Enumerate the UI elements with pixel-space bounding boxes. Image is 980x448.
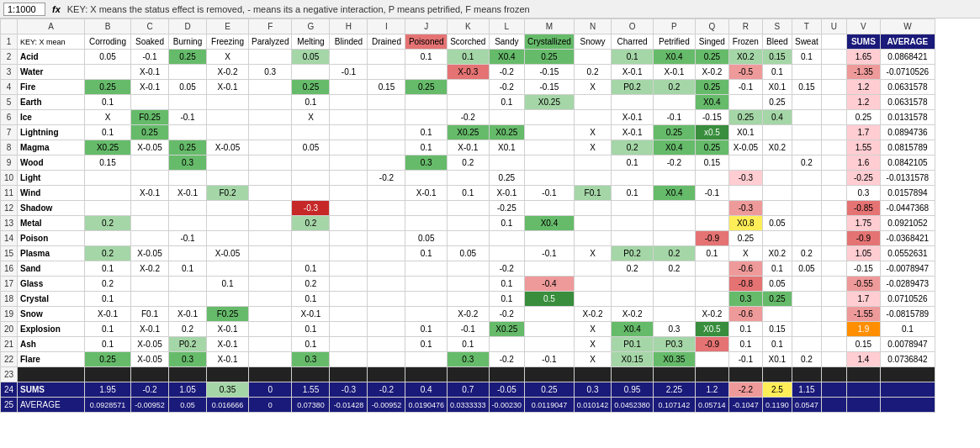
cell-14-G[interactable] bbox=[292, 231, 330, 246]
cell-14-J[interactable]: 0.05 bbox=[405, 231, 448, 246]
cell-11-E[interactable]: F0.2 bbox=[207, 186, 249, 201]
cell-7-H[interactable] bbox=[330, 125, 368, 140]
cell-8-S[interactable]: X0.2 bbox=[762, 140, 792, 155]
cell-9-K[interactable]: 0.2 bbox=[448, 155, 490, 171]
cell-19-W[interactable]: -0.0815789 bbox=[880, 307, 935, 322]
cell-11-D[interactable]: X-0.1 bbox=[169, 186, 207, 201]
cell-21-M[interactable] bbox=[525, 337, 575, 352]
cell-12-C[interactable] bbox=[131, 201, 169, 216]
cell-9-D[interactable]: 0.3 bbox=[169, 155, 207, 171]
cell-18-G[interactable]: 0.1 bbox=[292, 292, 330, 307]
cell-9-O[interactable]: 0.1 bbox=[612, 155, 654, 171]
cell-9-E[interactable] bbox=[207, 155, 249, 171]
cell-3-W[interactable]: -0.0710526 bbox=[880, 65, 935, 80]
cell-4-K[interactable] bbox=[448, 80, 490, 95]
cell-15-K[interactable]: 0.05 bbox=[448, 246, 490, 261]
cell-3-S[interactable]: 0.1 bbox=[762, 65, 792, 80]
cell-17-T[interactable] bbox=[792, 277, 821, 292]
cell-3-Q[interactable]: X-0.2 bbox=[695, 65, 728, 80]
cell-11-I[interactable] bbox=[368, 186, 405, 201]
cell-21-T[interactable] bbox=[792, 337, 821, 352]
cell-16-S[interactable]: 0.1 bbox=[762, 261, 792, 277]
cell-10-E[interactable] bbox=[207, 171, 249, 186]
cell-20-K[interactable]: -0.1 bbox=[448, 322, 490, 337]
cell-9-U[interactable] bbox=[821, 155, 846, 171]
cell-3-M[interactable]: -0.15 bbox=[525, 65, 575, 80]
cell-9-W[interactable]: 0.0842105 bbox=[880, 155, 935, 171]
cell-2-D[interactable]: 0.25 bbox=[169, 50, 207, 65]
cell-17-H[interactable] bbox=[330, 277, 368, 292]
cell-20-U[interactable] bbox=[821, 322, 846, 337]
cell-22-G[interactable]: 0.3 bbox=[292, 352, 330, 367]
cell-5-J[interactable] bbox=[405, 95, 448, 110]
cell-20-H[interactable] bbox=[330, 322, 368, 337]
cell-22-W[interactable]: 0.0736842 bbox=[880, 352, 935, 367]
cell-19-F[interactable] bbox=[249, 307, 292, 322]
cell-3-L[interactable]: -0.2 bbox=[489, 65, 525, 80]
cell-17-W[interactable]: -0.0289473 bbox=[880, 277, 935, 292]
cell-19-N[interactable]: X-0.2 bbox=[574, 307, 612, 322]
cell-18-R[interactable]: 0.3 bbox=[728, 292, 762, 307]
cell-20-B[interactable]: 0.1 bbox=[85, 322, 131, 337]
cell-9-T[interactable]: 0.2 bbox=[792, 155, 821, 171]
cell-7-P[interactable]: 0.25 bbox=[653, 125, 695, 140]
cell-7-K[interactable]: X0.25 bbox=[448, 125, 490, 140]
cell-8-J[interactable]: 0.1 bbox=[405, 140, 448, 155]
cell-17-N[interactable] bbox=[574, 277, 612, 292]
cell-10-H[interactable] bbox=[330, 171, 368, 186]
cell-15-S[interactable]: X0.2 bbox=[762, 246, 792, 261]
cell-13-I[interactable] bbox=[368, 216, 405, 231]
cell-7-J[interactable]: 0.1 bbox=[405, 125, 448, 140]
cell-8-H[interactable] bbox=[330, 140, 368, 155]
cell-16-H[interactable] bbox=[330, 261, 368, 277]
cell-7-N[interactable]: X bbox=[574, 125, 612, 140]
cell-18-T[interactable] bbox=[792, 292, 821, 307]
cell-21-Q[interactable]: -0.9 bbox=[695, 337, 728, 352]
cell-19-E[interactable]: F0.25 bbox=[207, 307, 249, 322]
cell-12-K[interactable] bbox=[448, 201, 490, 216]
cell-13-K[interactable] bbox=[448, 216, 490, 231]
cell-18-M[interactable]: 0.5 bbox=[525, 292, 575, 307]
cell-7-T[interactable] bbox=[792, 125, 821, 140]
cell-10-R[interactable]: -0.3 bbox=[728, 171, 762, 186]
cell-5-T[interactable] bbox=[792, 95, 821, 110]
cell-14-P[interactable] bbox=[653, 231, 695, 246]
cell-12-U[interactable] bbox=[821, 201, 846, 216]
cell-7-M[interactable] bbox=[525, 125, 575, 140]
cell-15-U[interactable] bbox=[821, 246, 846, 261]
cell-15-R[interactable]: X bbox=[728, 246, 762, 261]
cell-9-H[interactable] bbox=[330, 155, 368, 171]
cell-14-H[interactable] bbox=[330, 231, 368, 246]
cell-3-R[interactable]: -0.5 bbox=[728, 65, 762, 80]
cell-6-I[interactable] bbox=[368, 110, 405, 125]
cell-19-I[interactable] bbox=[368, 307, 405, 322]
cell-8-R[interactable]: X-0.05 bbox=[728, 140, 762, 155]
cell-10-C[interactable] bbox=[131, 171, 169, 186]
cell-4-R[interactable]: -0.1 bbox=[728, 80, 762, 95]
cell-16-J[interactable] bbox=[405, 261, 448, 277]
cell-8-Q[interactable]: 0.25 bbox=[695, 140, 728, 155]
cell-5-K[interactable] bbox=[448, 95, 490, 110]
cell-8-M[interactable] bbox=[525, 140, 575, 155]
cell-3-F[interactable]: 0.3 bbox=[249, 65, 292, 80]
cell-19-M[interactable] bbox=[525, 307, 575, 322]
cell-19-P[interactable] bbox=[653, 307, 695, 322]
cell-7-S[interactable] bbox=[762, 125, 792, 140]
cell-17-E[interactable]: 0.1 bbox=[207, 277, 249, 292]
cell-15-J[interactable]: 0.1 bbox=[405, 246, 448, 261]
cell-3-G[interactable] bbox=[292, 65, 330, 80]
cell-12-B[interactable] bbox=[85, 201, 131, 216]
cell-18-B[interactable]: 0.1 bbox=[85, 292, 131, 307]
cell-17-S[interactable]: 0.05 bbox=[762, 277, 792, 292]
cell-4-W[interactable]: 0.0631578 bbox=[880, 80, 935, 95]
cell-21-I[interactable] bbox=[368, 337, 405, 352]
cell-10-B[interactable] bbox=[85, 171, 131, 186]
cell-18-Q[interactable] bbox=[695, 292, 728, 307]
cell-11-V[interactable]: 0.3 bbox=[846, 186, 880, 201]
cell-19-S[interactable] bbox=[762, 307, 792, 322]
cell-10-T[interactable] bbox=[792, 171, 821, 186]
cell-13-F[interactable] bbox=[249, 216, 292, 231]
cell-20-R[interactable]: 0.1 bbox=[728, 322, 762, 337]
cell-15-V[interactable]: 1.05 bbox=[846, 246, 880, 261]
cell-13-S[interactable]: 0.05 bbox=[762, 216, 792, 231]
